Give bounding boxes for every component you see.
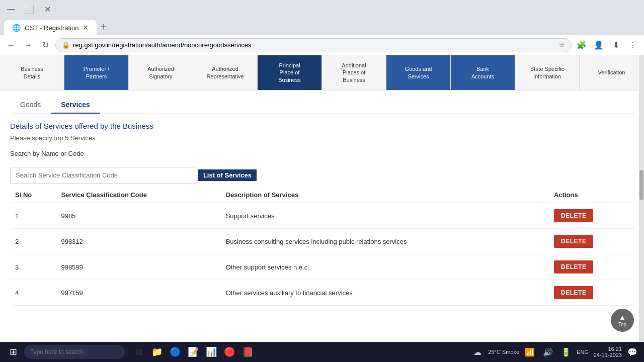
cell-description: Other services auxiliary to financial se… (221, 280, 549, 306)
cell-slno: 1 (10, 203, 56, 229)
nav-tab-verification[interactable]: Verification (580, 55, 644, 90)
address-bar[interactable]: 🔒 ☆ (55, 38, 572, 52)
nav-tab-state-specific[interactable]: State SpecificInformation (515, 55, 580, 90)
col-description: Description of Services (221, 187, 549, 203)
nav-tab-authorized-representative[interactable]: AuthorizedRepresentative (193, 55, 258, 90)
nav-tab-authorized-signatory[interactable]: AuthorizedSignatory (129, 55, 193, 90)
cell-description: Other support services n.e.c. (221, 254, 549, 280)
cell-code: 9985 (56, 203, 220, 229)
delete-button[interactable]: DELETE (554, 235, 593, 248)
search-input[interactable] (10, 167, 196, 184)
section-tabs: Goods Services (10, 97, 634, 114)
top-label: Top (618, 322, 626, 327)
maximize-btn[interactable]: ⬜ (22, 2, 36, 16)
main-section: Goods Services Details of Services offer… (0, 97, 644, 311)
page-content: BusinessDetails Promoter /Partners Autho… (0, 55, 644, 342)
cell-code: 998599 (56, 254, 220, 280)
tab-bar: 🌐 GST - Registration ✕ ＋ (0, 18, 644, 35)
top-button[interactable]: ▲ Top (611, 309, 634, 332)
nav-tabs-bar: BusinessDetails Promoter /Partners Autho… (0, 55, 644, 90)
tab-close-btn[interactable]: ✕ (83, 24, 89, 32)
tab-favicon: 🌐 (12, 24, 21, 32)
cell-description: Support services (221, 203, 549, 229)
close-btn[interactable]: ✕ (40, 2, 54, 16)
tab-goods[interactable]: Goods (10, 97, 51, 114)
cell-code: 997159 (56, 280, 220, 306)
delete-button[interactable]: DELETE (554, 260, 593, 274)
refresh-btn[interactable]: ↻ (38, 38, 52, 52)
back-btn[interactable]: ← (4, 38, 18, 52)
nav-tab-principal-place[interactable]: PrincipalPlace ofBusiness (258, 55, 322, 90)
scrollbar[interactable] (639, 55, 644, 342)
nav-tab-promoter-partners[interactable]: Promoter /Partners (64, 55, 129, 90)
table-row: 2 998312 Business consulting services in… (10, 229, 634, 254)
cell-action: DELETE (549, 254, 634, 280)
nav-tab-additional-places[interactable]: AdditionalPlaces ofBusiness (322, 55, 386, 90)
col-slno: Sl No (10, 187, 56, 203)
bookmark-icon[interactable]: ☆ (559, 41, 565, 49)
services-table: Sl No Service Classification Code Descri… (10, 187, 634, 306)
cell-code: 998312 (56, 229, 220, 254)
col-code: Service Classification Code (56, 187, 220, 203)
cell-description: Business consulting services including p… (221, 229, 549, 254)
new-tab-btn[interactable]: ＋ (99, 20, 109, 33)
section-heading: Details of Services offered by the Busin… (10, 122, 634, 130)
cell-slno: 2 (10, 229, 56, 254)
table-row: 3 998599 Other support services n.e.c. D… (10, 254, 634, 280)
tab-title: GST - Registration (25, 24, 78, 32)
scroll-thumb[interactable] (639, 170, 643, 200)
section-subtitle: Please specify top 5 Services (10, 134, 634, 142)
col-actions: Actions (549, 187, 634, 203)
minimize-btn[interactable]: — (4, 2, 18, 16)
top-arrow-icon: ▲ (618, 314, 626, 322)
lock-icon: 🔒 (62, 41, 70, 49)
table-row: 1 9985 Support services DELETE (10, 203, 634, 229)
search-label: Search by Name or Code (10, 150, 634, 157)
download-btn[interactable]: ⬇ (609, 38, 623, 52)
browser-titlebar: — ⬜ ✕ (0, 0, 644, 18)
profile-btn[interactable]: 👤 (592, 38, 606, 52)
cell-slno: 4 (10, 280, 56, 306)
cell-action: DELETE (549, 229, 634, 254)
list-heading: List of Services (198, 169, 257, 181)
active-tab[interactable]: 🌐 GST - Registration ✕ (4, 20, 97, 35)
delete-button[interactable]: DELETE (554, 209, 593, 222)
nav-tab-bank-accounts[interactable]: BankAccounts (451, 55, 515, 90)
tab-services[interactable]: Services (51, 97, 100, 114)
nav-tab-business-details[interactable]: BusinessDetails (0, 55, 64, 90)
delete-button[interactable]: DELETE (554, 286, 593, 299)
nav-tab-goods-services[interactable]: Goods andServices (386, 55, 451, 90)
menu-btn[interactable]: ⋮ (626, 38, 640, 52)
url-input[interactable] (73, 41, 556, 49)
table-row: 4 997159 Other services auxiliary to fin… (10, 280, 634, 306)
cell-action: DELETE (549, 280, 634, 306)
forward-btn[interactable]: → (21, 38, 35, 52)
extensions-btn[interactable]: 🧩 (575, 38, 589, 52)
cell-slno: 3 (10, 254, 56, 280)
address-bar-row: ← → ↻ 🔒 ☆ 🧩 👤 ⬇ ⋮ (0, 35, 644, 55)
cell-action: DELETE (549, 203, 634, 229)
